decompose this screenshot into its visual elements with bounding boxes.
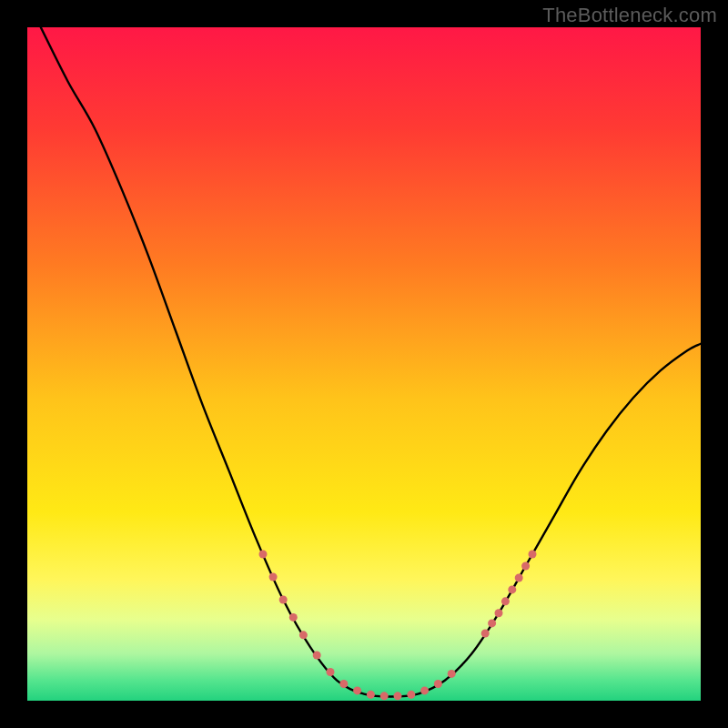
highlight-dot <box>501 597 510 605</box>
highlight-dot <box>339 680 348 688</box>
highlight-dot <box>279 596 288 604</box>
highlight-dot <box>299 631 308 639</box>
highlight-dot <box>508 585 516 593</box>
highlight-dot <box>313 652 321 660</box>
highlight-dot <box>529 551 537 559</box>
plot-frame <box>27 27 701 701</box>
gradient-background <box>27 27 701 701</box>
highlight-dot <box>448 670 456 678</box>
highlight-dot <box>488 619 496 627</box>
highlight-dot <box>289 613 298 622</box>
highlight-dot <box>380 692 389 700</box>
watermark-label: TheBottleneck.com <box>542 4 717 27</box>
highlight-dot <box>353 686 361 694</box>
highlight-dot <box>269 573 278 581</box>
highlight-dot <box>495 609 503 617</box>
chart-canvas: TheBottleneck.com <box>0 0 728 728</box>
highlight-dot <box>521 562 530 571</box>
plot-svg <box>27 27 701 701</box>
highlight-dot <box>420 686 429 694</box>
highlight-dot <box>481 630 490 638</box>
highlight-dot <box>327 668 335 676</box>
highlight-dot <box>515 573 523 581</box>
highlight-dot <box>434 680 442 688</box>
highlight-dot <box>407 691 415 699</box>
highlight-dot <box>367 691 375 699</box>
highlight-dot <box>394 692 402 700</box>
highlight-dot <box>259 551 268 559</box>
